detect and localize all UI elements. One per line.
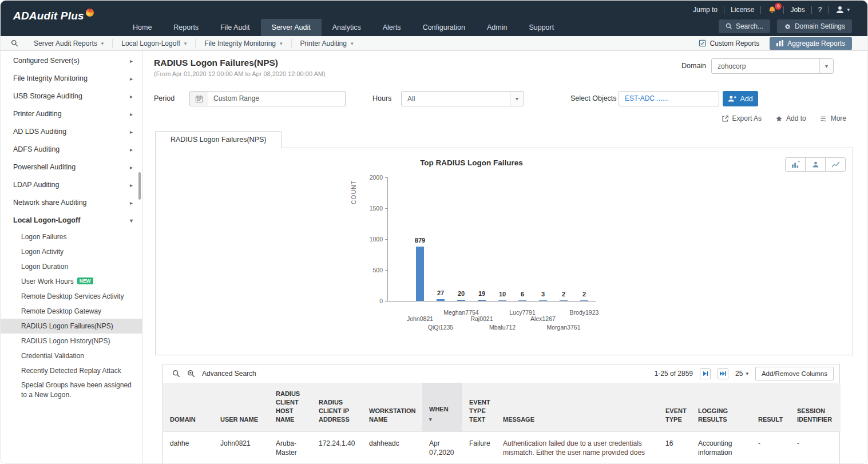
subnav-menu-local-logon-logoff[interactable]: Local Logon-Logoff▾ <box>112 39 195 47</box>
export-as-button[interactable]: Export As <box>722 114 762 122</box>
nav-configuration[interactable]: Configuration <box>412 19 476 36</box>
aggregate-reports-label: Aggregate Reports <box>787 39 845 47</box>
next-page-button[interactable] <box>700 368 711 379</box>
last-page-button[interactable] <box>718 368 728 379</box>
column-header-message[interactable]: MESSAGE <box>496 383 659 431</box>
column-header-session-identifier[interactable]: SESSION IDENTIFIER <box>790 383 841 431</box>
sidebar-item-printer-auditing[interactable]: Printer Auditing▸ <box>1 105 142 123</box>
subnav-search-icon[interactable] <box>1 39 25 47</box>
sidebar-item-label: Network share Auditing <box>13 199 87 207</box>
nav-reports[interactable]: Reports <box>162 19 209 36</box>
chart-bar[interactable] <box>580 300 588 301</box>
chart-bar[interactable] <box>457 300 465 301</box>
column-header-logging-results[interactable]: LOGGING RESULTS <box>691 383 751 431</box>
nav-server-audit[interactable]: Server Audit <box>261 19 322 36</box>
nav-analytics[interactable]: Analytics <box>322 19 372 36</box>
sidebar-scrollbar[interactable] <box>138 172 141 200</box>
sidebar-item-network-share-auditing[interactable]: Network share Auditing▸ <box>1 194 142 212</box>
custom-reports-button[interactable]: Custom Reports <box>699 39 760 47</box>
sidebar-item-radius-logon-history-nps[interactable]: RADIUS Logon History(NPS) <box>1 334 142 348</box>
sidebar-item-file-integrity-monitoring[interactable]: File Integrity Monitoring▸ <box>1 70 142 88</box>
nav-home[interactable]: Home <box>122 19 162 36</box>
period-range-input[interactable]: Custom Range <box>208 91 346 106</box>
chart-bar[interactable] <box>498 300 506 301</box>
sidebar-item-recently-detected-replay-attack[interactable]: Recently Detected Replay Attack <box>1 363 142 378</box>
chart-bar[interactable] <box>478 300 486 301</box>
sidebar-item-local-logon-logoff[interactable]: Local Logon-Logoff▾ <box>1 212 142 229</box>
add-to-button[interactable]: Add to <box>775 114 806 122</box>
sidebar-item-ldap-auditing[interactable]: LDAP Auditing▸ <box>1 176 142 194</box>
select-objects-input[interactable]: EST-ADC ...... <box>619 91 719 106</box>
main-nav: HomeReportsFile AuditServer AuditAnalyti… <box>122 19 565 36</box>
search-icon[interactable] <box>169 370 184 378</box>
jump-to-link[interactable]: Jump to <box>687 6 724 14</box>
sidebar-item-credential-validation[interactable]: Credential Validation <box>1 348 142 363</box>
sidebar-item-label: Configured Server(s) <box>13 57 80 65</box>
sidebar-item-special-groups-have-been-assigned-to-a-new-logon[interactable]: Special Groups have been assigned to a N… <box>1 378 142 404</box>
cell-session-identifier: - <box>790 431 841 464</box>
sidebar-item-user-work-hours[interactable]: User Work HoursNEW <box>1 274 142 289</box>
user-menu[interactable]: ▾ <box>829 5 852 14</box>
y-axis-label: COUNT <box>350 180 357 204</box>
column-header-workstation-name[interactable]: WORKSTATION NAME <box>362 383 422 431</box>
nav-file-audit[interactable]: File Audit <box>209 19 260 36</box>
advanced-search-label[interactable]: Advanced Search <box>202 370 256 378</box>
advanced-search-icon[interactable] <box>184 370 199 378</box>
sidebar-item-remote-desktop-services-activity[interactable]: Remote Desktop Services Activity <box>1 289 142 304</box>
sidebar-item-configured-server-s[interactable]: Configured Server(s)▸ <box>1 52 142 70</box>
sidebar-item-remote-desktop-gateway[interactable]: Remote Desktop Gateway <box>1 304 142 319</box>
cell-workstation-name: dahheadc <box>362 431 422 464</box>
subnav-menu-server-audit-reports[interactable]: Server Audit Reports▾ <box>25 39 112 47</box>
help-icon[interactable]: ? <box>812 6 829 14</box>
more-button[interactable]: More <box>820 114 846 122</box>
sidebar-item-adfs-auditing[interactable]: ADFS Auditing▸ <box>1 141 142 158</box>
calendar-icon[interactable] <box>189 91 208 106</box>
subnav-menu-printer-auditing[interactable]: Printer Auditing▾ <box>291 39 362 47</box>
notifications-bell-icon[interactable]: 6 <box>761 6 783 14</box>
column-header-radius-client-host-name[interactable]: RADIUS CLIENT HOST NAME <box>269 383 312 431</box>
x-axis-category-label: Raj0021 <box>470 315 493 322</box>
sidebar-item-powershell-auditing[interactable]: Powershell Auditing▸ <box>1 158 142 176</box>
chart-bar[interactable] <box>560 300 568 301</box>
domain-select[interactable]: zohocorp ▾ <box>711 58 834 74</box>
add-remove-columns-button[interactable]: Add/Remove Columns <box>755 367 834 380</box>
sidebar-item-label: Printer Auditing <box>13 110 62 118</box>
sidebar-item-logon-duration[interactable]: Logon Duration <box>1 259 142 274</box>
sidebar-item-usb-storage-auditing[interactable]: USB Storage Auditing▸ <box>1 88 142 105</box>
chart-bar[interactable] <box>416 247 424 301</box>
search-button[interactable]: Search... <box>719 19 770 33</box>
column-header-user-name[interactable]: USER NAME <box>213 383 269 431</box>
column-header-radius-client-ip-address[interactable]: RADIUS CLIENT IP ADDRESS <box>312 383 362 431</box>
hours-select[interactable]: All ▾ <box>401 91 524 106</box>
sidebar-item-radius-logon-failures-nps[interactable]: RADIUS Logon Failures(NPS) <box>1 319 142 334</box>
x-axis-category-label: Morgan3761 <box>547 324 581 331</box>
chart-bar[interactable] <box>437 299 445 301</box>
aggregate-reports-button[interactable]: Aggregate Reports <box>770 37 852 50</box>
add-objects-button[interactable]: Add <box>723 91 758 106</box>
column-header-domain[interactable]: DOMAIN <box>163 383 213 431</box>
column-header-event-type[interactable]: EVENT TYPE <box>659 383 691 431</box>
license-link[interactable]: License <box>724 6 760 14</box>
nav-admin[interactable]: Admin <box>476 19 518 36</box>
cell-logging-results: Accounting information <box>691 431 751 464</box>
sidebar-item-ad-lds-auditing[interactable]: AD LDS Auditing▸ <box>1 123 142 141</box>
jobs-link[interactable]: Jobs <box>784 6 811 14</box>
sidebar-item-label: USB Storage Auditing <box>13 92 82 100</box>
domain-settings-button[interactable]: Domain Settings <box>777 19 852 33</box>
nav-alerts[interactable]: Alerts <box>372 19 412 36</box>
page-size-select[interactable]: 25 ▾ <box>735 370 748 378</box>
tab-radius-logon-failures[interactable]: RADIUS Logon Failures(NPS) <box>155 131 282 148</box>
chart-bar[interactable] <box>539 300 547 301</box>
y-tick-label: 500 <box>362 267 383 273</box>
sidebar-item-logon-failures[interactable]: Logon Failures <box>1 229 142 244</box>
table-row[interactable]: dahheJohn0821Aruba-Master172.24.1.40dahh… <box>163 431 841 464</box>
column-header-event-type-text[interactable]: EVENT TYPE TEXT <box>462 383 496 431</box>
column-header-result[interactable]: RESULT <box>751 383 790 431</box>
column-header-when[interactable]: WHEN▾ <box>422 383 462 431</box>
chart-bar[interactable] <box>518 300 526 301</box>
subnav-menu-file-integrity-monitoring[interactable]: File Integrity Monitoring▾ <box>195 39 291 47</box>
sidebar-item-logon-activity[interactable]: Logon Activity <box>1 244 142 259</box>
nav-support[interactable]: Support <box>518 19 565 36</box>
report-subnav: Server Audit Reports▾Local Logon-Logoff▾… <box>1 36 867 51</box>
star-icon <box>775 115 783 122</box>
